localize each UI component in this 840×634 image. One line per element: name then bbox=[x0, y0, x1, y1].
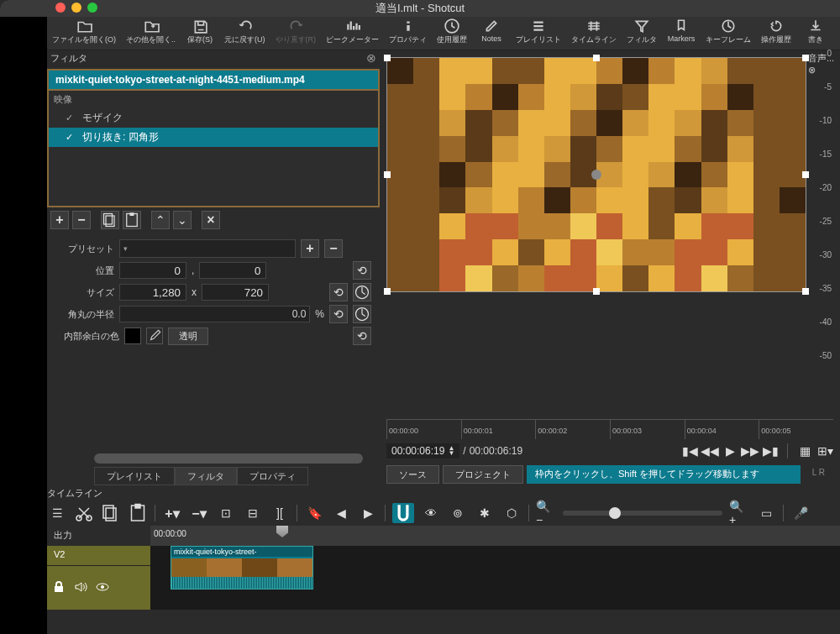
radius-reset-button[interactable]: ⟲ bbox=[329, 305, 348, 323]
toolbar-folder-plus-button[interactable]: その他を開く.. bbox=[121, 18, 181, 50]
zoom-menu-button[interactable]: ▦ bbox=[796, 443, 813, 459]
toolbar-list-button[interactable]: プレイリスト bbox=[511, 18, 566, 50]
grid-menu-button[interactable]: ⊞▾ bbox=[816, 443, 833, 459]
timeline-menu-button[interactable]: ☰ bbox=[47, 504, 67, 522]
panel-tab[interactable]: プレイリスト bbox=[94, 467, 175, 485]
ripple-markers-button[interactable]: ⬡ bbox=[501, 504, 522, 522]
snap-button[interactable] bbox=[392, 503, 414, 523]
position-y-input[interactable] bbox=[199, 262, 266, 279]
split-button[interactable]: ]​[ bbox=[270, 504, 290, 522]
playhead[interactable] bbox=[276, 526, 288, 537]
append-button[interactable]: +▾ bbox=[162, 504, 182, 522]
radius-slider[interactable]: 0.0 bbox=[119, 306, 310, 322]
toolbar-edit-button[interactable]: Notes bbox=[472, 18, 511, 50]
preset-select[interactable] bbox=[119, 239, 296, 258]
resize-handle-ml[interactable] bbox=[384, 171, 391, 178]
center-handle[interactable] bbox=[591, 170, 601, 180]
paste-button[interactable] bbox=[128, 504, 148, 522]
forward-button[interactable]: ▶▶ bbox=[742, 443, 759, 459]
close-panel-icon[interactable]: ⊗ bbox=[366, 51, 376, 65]
toolbar-save-button[interactable]: 保存(S) bbox=[181, 18, 219, 50]
zoom-in-button[interactable]: 🔍+ bbox=[729, 504, 749, 522]
minimize-window-button[interactable] bbox=[71, 3, 81, 13]
move-filter-down-button[interactable]: ⌄ bbox=[173, 211, 192, 229]
v2-track-header[interactable]: V2 bbox=[47, 546, 150, 566]
skip-prev-button[interactable]: ▮◀ bbox=[681, 443, 698, 459]
scrub-button[interactable]: 👁 bbox=[421, 504, 441, 522]
toolbar-bars-button[interactable]: ピークメーター bbox=[321, 18, 384, 50]
toolbar-timeline-button[interactable]: タイムライン bbox=[566, 18, 622, 50]
toolbar-folder-button[interactable]: ファイルを開く(O) bbox=[47, 18, 121, 50]
toolbar-marker-button[interactable]: Markers bbox=[662, 18, 701, 50]
deselect-filter-button[interactable]: × bbox=[202, 211, 220, 229]
ripple-button[interactable]: ⊚ bbox=[448, 504, 468, 522]
copy-filter-button[interactable] bbox=[101, 211, 119, 229]
zoom-slider[interactable] bbox=[563, 511, 722, 516]
transparent-button[interactable]: 透明 bbox=[168, 327, 208, 345]
play-button[interactable]: ▶ bbox=[722, 443, 738, 459]
close-window-button[interactable] bbox=[55, 3, 66, 13]
toolbar-keyframe-button[interactable]: キーフレーム bbox=[701, 18, 756, 50]
timeline-clip[interactable]: mixkit-quiet-tokyo-street- bbox=[171, 546, 313, 589]
clip-filename[interactable]: mixkit-quiet-tokyo-street-at-night-4451-… bbox=[47, 69, 380, 91]
lift-button[interactable]: ⊡ bbox=[216, 504, 236, 522]
left-scrollbar[interactable] bbox=[94, 453, 333, 464]
size-keyframe-button[interactable] bbox=[353, 283, 371, 301]
skip-next-button[interactable]: ▶▮ bbox=[762, 443, 779, 459]
panel-tab[interactable]: フィルタ bbox=[175, 467, 237, 485]
lock-icon[interactable] bbox=[52, 580, 66, 596]
preview-ruler[interactable]: 00:00:0000:00:0100:00:0200:00:0300:00:04… bbox=[386, 419, 833, 438]
timeline-tracks[interactable]: 00:00:00 mixkit-quiet-tokyo-street- bbox=[150, 526, 840, 610]
cut-button[interactable] bbox=[74, 504, 94, 522]
source-tab[interactable]: ソース bbox=[386, 465, 439, 484]
resize-handle-bc[interactable] bbox=[593, 288, 600, 295]
resize-handle-bl[interactable] bbox=[384, 288, 391, 295]
eyedropper-button[interactable] bbox=[146, 327, 163, 344]
size-reset-button[interactable]: ⟲ bbox=[329, 283, 348, 301]
next-marker-button[interactable]: ▶ bbox=[358, 504, 378, 522]
preview-canvas[interactable] bbox=[386, 57, 806, 292]
position-reset-button[interactable]: ⟲ bbox=[353, 261, 371, 280]
zoom-window-button[interactable] bbox=[87, 3, 97, 13]
resize-handle-tc[interactable] bbox=[593, 55, 600, 61]
filter-item[interactable]: ✓切り抜き: 四角形 bbox=[49, 128, 378, 147]
filter-item[interactable]: ✓モザイク bbox=[49, 108, 378, 128]
toolbar-filter-button[interactable]: フィルタ bbox=[622, 18, 662, 50]
prev-marker-button[interactable]: ◀ bbox=[331, 504, 351, 522]
resize-handle-mr[interactable] bbox=[802, 171, 809, 178]
toolbar-info-button[interactable]: プロパティ bbox=[384, 18, 432, 50]
mute-icon[interactable] bbox=[74, 580, 87, 596]
overwrite-button[interactable]: ⊟ bbox=[243, 504, 263, 522]
paste-filter-button[interactable] bbox=[123, 211, 141, 229]
timeline-ruler[interactable]: 00:00:00 bbox=[150, 526, 840, 546]
toolbar-history-button[interactable]: 操作履歴 bbox=[756, 18, 796, 50]
resize-handle-tl[interactable] bbox=[384, 55, 391, 61]
position-x-input[interactable] bbox=[119, 262, 186, 279]
preset-remove-button[interactable]: − bbox=[324, 239, 343, 258]
panel-tab[interactable]: プロパティ bbox=[237, 467, 308, 485]
toolbar-redo-button[interactable]: やり直す(R) bbox=[270, 18, 322, 50]
remove-filter-button[interactable]: − bbox=[72, 211, 91, 229]
ripple-all-button[interactable]: ✱ bbox=[475, 504, 495, 522]
toolbar-clock-button[interactable]: 使用履歴 bbox=[432, 18, 472, 50]
padcolor-swatch[interactable] bbox=[124, 327, 141, 344]
move-filter-up-button[interactable]: ⌃ bbox=[151, 211, 170, 229]
size-h-input[interactable] bbox=[202, 284, 269, 301]
current-timecode[interactable]: 00:00:06:19▲▼ bbox=[386, 443, 459, 458]
size-w-input[interactable] bbox=[119, 284, 186, 301]
record-audio-button[interactable]: 🎤 bbox=[790, 504, 811, 522]
marker-button[interactable]: 🔖 bbox=[304, 504, 324, 522]
project-tab[interactable]: プロジェクト bbox=[443, 465, 523, 484]
rewind-button[interactable]: ◀◀ bbox=[701, 443, 718, 459]
zoom-fit-button[interactable]: ▭ bbox=[756, 504, 776, 522]
hide-icon[interactable] bbox=[96, 580, 109, 596]
preset-add-button[interactable]: + bbox=[301, 239, 319, 258]
toolbar-undo-button[interactable]: 元に戻す(U) bbox=[219, 18, 270, 50]
toolbar-export-button[interactable]: 書き bbox=[796, 18, 835, 50]
radius-keyframe-button[interactable] bbox=[353, 305, 371, 323]
copy-button[interactable] bbox=[101, 504, 121, 522]
output-track-header[interactable]: 出力 bbox=[47, 526, 150, 546]
zoom-out-button[interactable]: 🔍− bbox=[536, 504, 556, 522]
padcolor-reset-button[interactable]: ⟲ bbox=[353, 327, 371, 345]
add-filter-button[interactable]: + bbox=[50, 211, 69, 229]
